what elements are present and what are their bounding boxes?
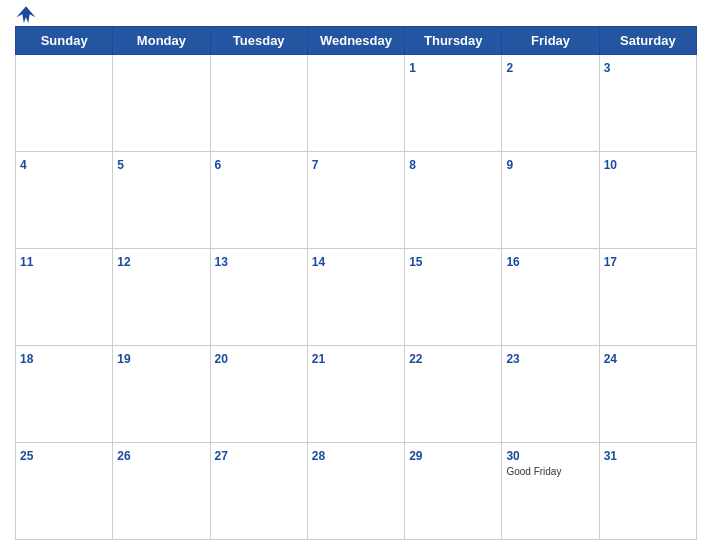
weekday-header-friday: Friday [502, 27, 599, 55]
weekday-header-monday: Monday [113, 27, 210, 55]
calendar-day-cell: 23 [502, 346, 599, 443]
calendar-day-cell: 26 [113, 443, 210, 540]
day-number: 22 [409, 352, 422, 366]
calendar-day-cell: 25 [16, 443, 113, 540]
day-number: 14 [312, 255, 325, 269]
day-number: 16 [506, 255, 519, 269]
calendar-day-cell: 21 [307, 346, 404, 443]
day-number: 6 [215, 158, 222, 172]
logo-icon [15, 4, 37, 26]
calendar-week-row: 123 [16, 55, 697, 152]
day-number: 8 [409, 158, 416, 172]
day-number: 27 [215, 449, 228, 463]
calendar-day-cell: 15 [405, 249, 502, 346]
day-number: 4 [20, 158, 27, 172]
calendar-day-cell: 24 [599, 346, 696, 443]
calendar-day-cell: 1 [405, 55, 502, 152]
calendar-week-row: 45678910 [16, 152, 697, 249]
calendar-day-cell: 22 [405, 346, 502, 443]
day-number: 19 [117, 352, 130, 366]
calendar-day-cell: 2 [502, 55, 599, 152]
day-number: 23 [506, 352, 519, 366]
calendar-day-cell: 20 [210, 346, 307, 443]
svg-marker-0 [16, 6, 35, 23]
calendar-day-cell: 10 [599, 152, 696, 249]
calendar-day-cell: 5 [113, 152, 210, 249]
calendar-day-cell: 30Good Friday [502, 443, 599, 540]
calendar-day-cell [307, 55, 404, 152]
calendar-day-cell: 28 [307, 443, 404, 540]
calendar-day-cell: 3 [599, 55, 696, 152]
day-number: 2 [506, 61, 513, 75]
calendar-day-cell: 13 [210, 249, 307, 346]
calendar-day-cell: 31 [599, 443, 696, 540]
calendar-week-row: 252627282930Good Friday31 [16, 443, 697, 540]
calendar-day-cell: 27 [210, 443, 307, 540]
calendar-day-cell: 19 [113, 346, 210, 443]
day-number: 1 [409, 61, 416, 75]
calendar-day-cell: 18 [16, 346, 113, 443]
calendar-day-cell: 8 [405, 152, 502, 249]
weekday-header-tuesday: Tuesday [210, 27, 307, 55]
calendar-table: SundayMondayTuesdayWednesdayThursdayFrid… [15, 26, 697, 540]
weekday-header-thursday: Thursday [405, 27, 502, 55]
day-number: 29 [409, 449, 422, 463]
calendar-week-row: 11121314151617 [16, 249, 697, 346]
calendar-header [15, 10, 697, 20]
day-number: 26 [117, 449, 130, 463]
calendar-day-cell: 14 [307, 249, 404, 346]
event-label: Good Friday [506, 466, 594, 477]
day-number: 25 [20, 449, 33, 463]
day-number: 20 [215, 352, 228, 366]
calendar-day-cell [210, 55, 307, 152]
weekday-header-row: SundayMondayTuesdayWednesdayThursdayFrid… [16, 27, 697, 55]
calendar-day-cell: 16 [502, 249, 599, 346]
day-number: 7 [312, 158, 319, 172]
day-number: 5 [117, 158, 124, 172]
calendar-day-cell: 17 [599, 249, 696, 346]
logo [15, 4, 40, 26]
day-number: 31 [604, 449, 617, 463]
day-number: 10 [604, 158, 617, 172]
calendar-day-cell: 6 [210, 152, 307, 249]
weekday-header-sunday: Sunday [16, 27, 113, 55]
day-number: 3 [604, 61, 611, 75]
day-number: 21 [312, 352, 325, 366]
calendar-day-cell: 9 [502, 152, 599, 249]
calendar-week-row: 18192021222324 [16, 346, 697, 443]
day-number: 13 [215, 255, 228, 269]
weekday-header-wednesday: Wednesday [307, 27, 404, 55]
calendar-day-cell [113, 55, 210, 152]
weekday-header-saturday: Saturday [599, 27, 696, 55]
calendar-day-cell: 12 [113, 249, 210, 346]
calendar-day-cell: 4 [16, 152, 113, 249]
day-number: 9 [506, 158, 513, 172]
day-number: 18 [20, 352, 33, 366]
day-number: 24 [604, 352, 617, 366]
day-number: 12 [117, 255, 130, 269]
day-number: 15 [409, 255, 422, 269]
day-number: 17 [604, 255, 617, 269]
calendar-day-cell [16, 55, 113, 152]
calendar-day-cell: 11 [16, 249, 113, 346]
day-number: 28 [312, 449, 325, 463]
calendar-day-cell: 29 [405, 443, 502, 540]
calendar-day-cell: 7 [307, 152, 404, 249]
day-number: 30 [506, 449, 519, 463]
day-number: 11 [20, 255, 33, 269]
